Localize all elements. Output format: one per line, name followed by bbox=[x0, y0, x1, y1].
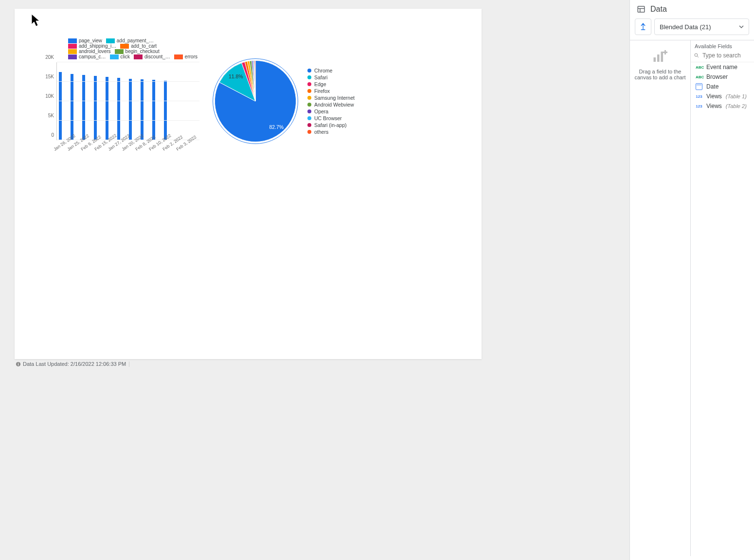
chevron-down-icon bbox=[739, 24, 744, 29]
fields-search-input[interactable] bbox=[702, 52, 751, 59]
bar bbox=[117, 78, 120, 140]
legend-item: Safari (in-app) bbox=[307, 122, 355, 128]
drop-hint-text: Drag a field to the canvas to add a char… bbox=[630, 69, 690, 80]
legend-item: click bbox=[110, 54, 130, 59]
svg-point-14 bbox=[695, 54, 698, 56]
field-item[interactable]: 123Views(Table 1) bbox=[691, 91, 754, 101]
legend-item: UC Browser bbox=[307, 115, 355, 121]
bar bbox=[106, 77, 108, 140]
legend-item: add_shipping_i… bbox=[68, 43, 116, 49]
legend-item: errors bbox=[174, 54, 197, 59]
status-text: Data Last Updated: 2/16/2022 12:06:33 PM bbox=[23, 361, 126, 367]
data-panel-title: Data bbox=[650, 5, 667, 14]
legend-item: discount_… bbox=[134, 54, 170, 59]
field-item[interactable]: Date bbox=[691, 82, 754, 91]
svg-rect-11 bbox=[661, 52, 664, 62]
bar-chart[interactable]: page_viewadd_payment_…add_shipping_i…add… bbox=[29, 38, 199, 160]
legend-item: Safari bbox=[307, 74, 355, 80]
field-item[interactable]: 123Views(Table 2) bbox=[691, 101, 754, 111]
data-panel: Data Blended Data (21) Drag a field to t… bbox=[629, 0, 754, 560]
legend-item: add_to_cart bbox=[120, 43, 157, 49]
status-bar: Data Last Updated: 2/16/2022 12:06:33 PM bbox=[15, 359, 482, 369]
bar bbox=[82, 75, 85, 140]
legend-item: add_payment_… bbox=[106, 38, 154, 43]
legend-item: android_lovers bbox=[68, 49, 111, 54]
legend-item: Firefox bbox=[307, 88, 355, 94]
legend-item: Samsung Internet bbox=[307, 95, 355, 101]
legend-item: Opera bbox=[307, 108, 355, 114]
fields-list: Available Fields ABCEvent nameABCBrowser… bbox=[691, 40, 754, 556]
bar bbox=[59, 72, 62, 140]
info-icon bbox=[16, 361, 21, 367]
bar bbox=[71, 74, 73, 140]
bar-chart-xaxis: Jan 26, 2022Jan 25, 2022Feb 9, 2022Feb 1… bbox=[54, 141, 199, 146]
legend-item: page_view bbox=[68, 38, 102, 43]
bar bbox=[141, 79, 144, 140]
search-icon bbox=[694, 52, 700, 59]
field-item[interactable]: ABCEvent name bbox=[691, 62, 754, 72]
legend-item: Edge bbox=[307, 81, 355, 87]
bar bbox=[129, 79, 132, 140]
svg-text:82.7%: 82.7% bbox=[269, 125, 284, 130]
svg-line-15 bbox=[697, 56, 698, 57]
fields-search[interactable] bbox=[691, 51, 754, 62]
canvas-area[interactable]: page_viewadd_payment_…add_shipping_i…add… bbox=[0, 0, 496, 560]
field-item[interactable]: ABCBrowser bbox=[691, 72, 754, 82]
svg-rect-9 bbox=[654, 57, 656, 62]
fields-header: Available Fields bbox=[691, 40, 754, 51]
report-canvas[interactable]: page_viewadd_payment_…add_shipping_i…add… bbox=[15, 9, 482, 359]
bar bbox=[152, 80, 155, 140]
legend-item: Chrome bbox=[307, 68, 355, 73]
bar-chart-plot: 05K10K15K20K bbox=[56, 62, 199, 140]
data-panel-header: Data bbox=[630, 0, 754, 18]
blend-data-button[interactable] bbox=[635, 18, 651, 35]
cursor-icon bbox=[31, 14, 41, 28]
blend-icon bbox=[639, 22, 647, 31]
legend-item: campus_c… bbox=[68, 54, 106, 59]
bar bbox=[94, 76, 97, 140]
svg-point-4 bbox=[18, 362, 18, 363]
legend-item: Android Webview bbox=[307, 102, 355, 108]
bar bbox=[164, 81, 167, 140]
pie-chart[interactable]: 82.7%11.8% ChromeSafariEdgeFirefoxSamsun… bbox=[209, 48, 384, 155]
pie-chart-plot: 82.7%11.8% bbox=[209, 55, 302, 147]
bar-chart-legend: page_viewadd_payment_…add_shipping_i…add… bbox=[29, 38, 199, 59]
legend-item: begin_checkout bbox=[115, 49, 160, 54]
svg-rect-5 bbox=[18, 363, 18, 365]
data-source-select[interactable]: Blended Data (21) bbox=[654, 18, 749, 35]
svg-rect-10 bbox=[657, 54, 660, 62]
svg-text:11.8%: 11.8% bbox=[229, 74, 243, 79]
legend-item: others bbox=[307, 129, 355, 135]
pie-chart-legend: ChromeSafariEdgeFirefoxSamsung InternetA… bbox=[307, 67, 355, 136]
data-source-label: Blended Data (21) bbox=[660, 23, 711, 31]
chart-drop-zone[interactable]: Drag a field to the canvas to add a char… bbox=[630, 40, 691, 556]
add-chart-icon bbox=[651, 47, 669, 65]
svg-rect-6 bbox=[638, 6, 645, 12]
calendar-icon bbox=[696, 83, 702, 90]
data-panel-icon bbox=[637, 5, 646, 14]
